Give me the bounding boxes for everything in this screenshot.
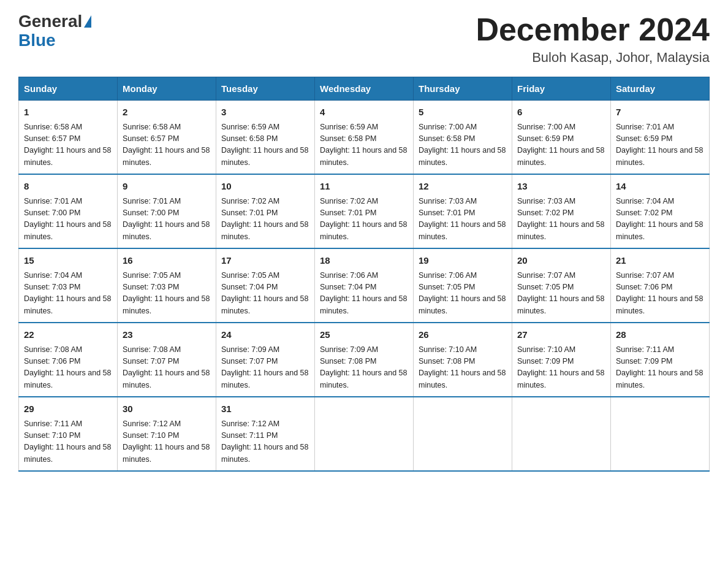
- day-info: Sunrise: 6:58 AMSunset: 6:57 PMDaylight:…: [24, 121, 112, 169]
- table-row: 14Sunrise: 7:04 AMSunset: 7:02 PMDayligh…: [611, 174, 710, 248]
- day-number: 13: [517, 180, 605, 194]
- day-info: Sunrise: 7:01 AMSunset: 6:59 PMDaylight:…: [616, 121, 704, 169]
- day-info: Sunrise: 6:58 AMSunset: 6:57 PMDaylight:…: [123, 121, 211, 169]
- day-number: 18: [320, 254, 408, 268]
- calendar-header-row: Sunday Monday Tuesday Wednesday Thursday…: [19, 77, 710, 101]
- day-info: Sunrise: 7:02 AMSunset: 7:01 PMDaylight:…: [221, 196, 309, 243]
- day-number: 23: [123, 328, 211, 342]
- col-thursday: Thursday: [414, 77, 512, 101]
- table-row: 28Sunrise: 7:11 AMSunset: 7:09 PMDayligh…: [611, 323, 710, 397]
- day-info: Sunrise: 7:03 AMSunset: 7:01 PMDaylight:…: [419, 196, 507, 243]
- day-number: 28: [616, 328, 704, 342]
- col-tuesday: Tuesday: [216, 77, 315, 101]
- day-number: 3: [221, 105, 309, 120]
- day-info: Sunrise: 6:59 AMSunset: 6:58 PMDaylight:…: [221, 121, 309, 169]
- table-row: 18Sunrise: 7:06 AMSunset: 7:04 PMDayligh…: [315, 248, 414, 323]
- day-info: Sunrise: 7:00 AMSunset: 6:59 PMDaylight:…: [517, 121, 605, 169]
- day-number: 2: [123, 105, 211, 120]
- table-row: [611, 397, 710, 471]
- table-row: 23Sunrise: 7:08 AMSunset: 7:07 PMDayligh…: [118, 323, 216, 397]
- calendar-month-year: December 2024: [476, 12, 710, 47]
- table-row: 20Sunrise: 7:07 AMSunset: 7:05 PMDayligh…: [512, 248, 611, 323]
- day-info: Sunrise: 7:00 AMSunset: 6:58 PMDaylight:…: [419, 121, 507, 169]
- table-row: 7Sunrise: 7:01 AMSunset: 6:59 PMDaylight…: [611, 101, 710, 175]
- day-info: Sunrise: 7:06 AMSunset: 7:04 PMDaylight:…: [320, 270, 408, 318]
- day-info: Sunrise: 7:08 AMSunset: 7:07 PMDaylight:…: [123, 344, 211, 392]
- day-info: Sunrise: 7:03 AMSunset: 7:02 PMDaylight:…: [517, 196, 605, 243]
- calendar-week-row: 22Sunrise: 7:08 AMSunset: 7:06 PMDayligh…: [19, 323, 710, 397]
- day-number: 15: [24, 254, 112, 268]
- table-row: [315, 397, 414, 471]
- day-number: 30: [123, 402, 211, 416]
- calendar-week-row: 15Sunrise: 7:04 AMSunset: 7:03 PMDayligh…: [19, 248, 710, 323]
- table-row: 30Sunrise: 7:12 AMSunset: 7:10 PMDayligh…: [118, 397, 216, 471]
- day-number: 29: [24, 402, 112, 416]
- calendar-title-block: December 2024 Buloh Kasap, Johor, Malays…: [476, 12, 710, 66]
- table-row: 24Sunrise: 7:09 AMSunset: 7:07 PMDayligh…: [216, 323, 315, 397]
- day-info: Sunrise: 7:07 AMSunset: 7:05 PMDaylight:…: [517, 270, 605, 318]
- day-number: 14: [616, 180, 704, 194]
- day-info: Sunrise: 7:10 AMSunset: 7:09 PMDaylight:…: [517, 344, 605, 392]
- table-row: 27Sunrise: 7:10 AMSunset: 7:09 PMDayligh…: [512, 323, 611, 397]
- col-wednesday: Wednesday: [315, 77, 414, 101]
- col-sunday: Sunday: [19, 77, 118, 101]
- calendar-location: Buloh Kasap, Johor, Malaysia: [476, 50, 710, 66]
- day-info: Sunrise: 7:11 AMSunset: 7:09 PMDaylight:…: [616, 344, 704, 392]
- day-number: 10: [221, 180, 309, 194]
- table-row: 17Sunrise: 7:05 AMSunset: 7:04 PMDayligh…: [216, 248, 315, 323]
- day-number: 31: [221, 402, 309, 416]
- day-number: 6: [517, 105, 605, 120]
- table-row: 9Sunrise: 7:01 AMSunset: 7:00 PMDaylight…: [118, 174, 216, 248]
- table-row: 19Sunrise: 7:06 AMSunset: 7:05 PMDayligh…: [414, 248, 512, 323]
- day-number: 22: [24, 328, 112, 342]
- day-number: 24: [221, 328, 309, 342]
- table-row: 1Sunrise: 6:58 AMSunset: 6:57 PMDaylight…: [19, 101, 118, 175]
- table-row: 6Sunrise: 7:00 AMSunset: 6:59 PMDaylight…: [512, 101, 611, 175]
- logo-general-text: General: [18, 12, 82, 31]
- day-info: Sunrise: 7:12 AMSunset: 7:11 PMDaylight:…: [221, 418, 309, 466]
- day-number: 25: [320, 328, 408, 342]
- day-info: Sunrise: 7:01 AMSunset: 7:00 PMDaylight:…: [123, 196, 211, 243]
- logo: General Blue: [18, 12, 91, 50]
- table-row: 10Sunrise: 7:02 AMSunset: 7:01 PMDayligh…: [216, 174, 315, 248]
- day-info: Sunrise: 7:06 AMSunset: 7:05 PMDaylight:…: [419, 270, 507, 318]
- table-row: 2Sunrise: 6:58 AMSunset: 6:57 PMDaylight…: [118, 101, 216, 175]
- day-info: Sunrise: 7:02 AMSunset: 7:01 PMDaylight:…: [320, 196, 408, 243]
- day-number: 1: [24, 105, 112, 120]
- table-row: 26Sunrise: 7:10 AMSunset: 7:08 PMDayligh…: [414, 323, 512, 397]
- table-row: 11Sunrise: 7:02 AMSunset: 7:01 PMDayligh…: [315, 174, 414, 248]
- calendar-week-row: 1Sunrise: 6:58 AMSunset: 6:57 PMDaylight…: [19, 101, 710, 175]
- table-row: 29Sunrise: 7:11 AMSunset: 7:10 PMDayligh…: [19, 397, 118, 471]
- table-row: 12Sunrise: 7:03 AMSunset: 7:01 PMDayligh…: [414, 174, 512, 248]
- day-number: 19: [419, 254, 507, 268]
- calendar-week-row: 29Sunrise: 7:11 AMSunset: 7:10 PMDayligh…: [19, 397, 710, 471]
- day-number: 16: [123, 254, 211, 268]
- table-row: 15Sunrise: 7:04 AMSunset: 7:03 PMDayligh…: [19, 248, 118, 323]
- page-header: General Blue December 2024 Buloh Kasap, …: [18, 12, 710, 66]
- day-info: Sunrise: 7:07 AMSunset: 7:06 PMDaylight:…: [616, 270, 704, 318]
- day-number: 9: [123, 180, 211, 194]
- calendar-week-row: 8Sunrise: 7:01 AMSunset: 7:00 PMDaylight…: [19, 174, 710, 248]
- day-info: Sunrise: 7:10 AMSunset: 7:08 PMDaylight:…: [419, 344, 507, 392]
- day-number: 26: [419, 328, 507, 342]
- day-number: 11: [320, 180, 408, 194]
- table-row: 13Sunrise: 7:03 AMSunset: 7:02 PMDayligh…: [512, 174, 611, 248]
- logo-arrow-icon: [84, 15, 91, 28]
- table-row: 21Sunrise: 7:07 AMSunset: 7:06 PMDayligh…: [611, 248, 710, 323]
- day-info: Sunrise: 6:59 AMSunset: 6:58 PMDaylight:…: [320, 121, 408, 169]
- col-saturday: Saturday: [611, 77, 710, 101]
- day-info: Sunrise: 7:12 AMSunset: 7:10 PMDaylight:…: [123, 418, 211, 466]
- day-number: 8: [24, 180, 112, 194]
- table-row: 5Sunrise: 7:00 AMSunset: 6:58 PMDaylight…: [414, 101, 512, 175]
- day-info: Sunrise: 7:04 AMSunset: 7:03 PMDaylight:…: [24, 270, 112, 318]
- table-row: 3Sunrise: 6:59 AMSunset: 6:58 PMDaylight…: [216, 101, 315, 175]
- table-row: 8Sunrise: 7:01 AMSunset: 7:00 PMDaylight…: [19, 174, 118, 248]
- table-row: [414, 397, 512, 471]
- table-row: 22Sunrise: 7:08 AMSunset: 7:06 PMDayligh…: [19, 323, 118, 397]
- col-monday: Monday: [118, 77, 216, 101]
- calendar-table: Sunday Monday Tuesday Wednesday Thursday…: [18, 77, 710, 472]
- day-number: 27: [517, 328, 605, 342]
- day-info: Sunrise: 7:09 AMSunset: 7:08 PMDaylight:…: [320, 344, 408, 392]
- day-info: Sunrise: 7:04 AMSunset: 7:02 PMDaylight:…: [616, 196, 704, 243]
- day-info: Sunrise: 7:08 AMSunset: 7:06 PMDaylight:…: [24, 344, 112, 392]
